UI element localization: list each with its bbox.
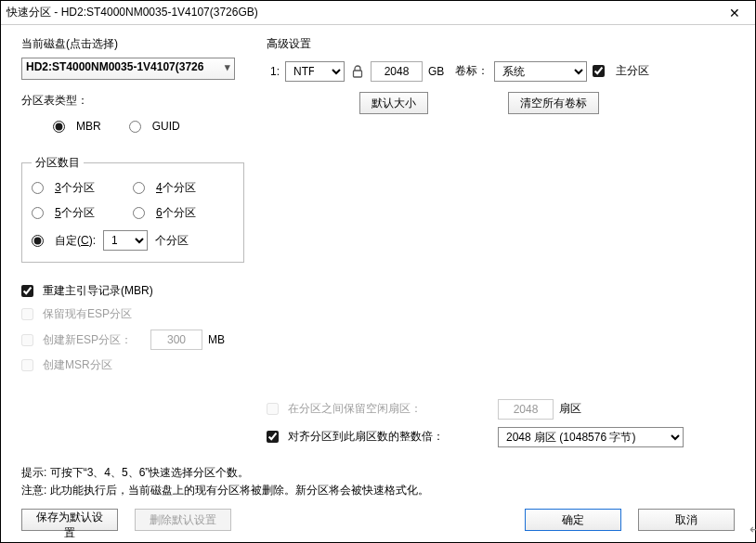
right-panel: 高级设置 1: NTFS GB 卷标： 系统 [267,36,735,455]
default-size-button[interactable]: 默认大小 [359,92,428,114]
content-area: 当前磁盘(点击选择) HD2:ST4000NM0035-1V4107(3726 … [1,25,755,542]
lock-icon[interactable] [350,65,365,78]
chk-align[interactable]: 对齐分区到此扇区数的整数倍： 2048 扇区 (1048576 字节) [267,427,735,447]
table-type-group: 分区表类型： MBR GUID [21,93,244,144]
partition-row-1: 1: NTFS GB 卷标： 系统 主分区 [267,58,735,84]
delete-defaults-button: 删除默认设置 [135,509,231,531]
window-title: 快速分区 - HD2:ST4000NM0035-1V4107(3726GB) [7,5,720,20]
left-panel: 当前磁盘(点击选择) HD2:ST4000NM0035-1V4107(3726 … [21,36,244,455]
quick-partition-dialog: 快速分区 - HD2:ST4000NM0035-1V4107(3726GB) ✕… [0,0,756,543]
esp-size-input [150,330,202,350]
partition-count-legend: 分区数目 [32,155,84,171]
fs-select[interactable]: NTFS [285,61,345,82]
current-disk-label: 当前磁盘(点击选择) [21,36,244,52]
clear-labels-button[interactable]: 清空所有卷标 [508,92,599,114]
chk-keep-esp: 保留现有ESP分区 [21,306,244,322]
advanced-label: 高级设置 [267,36,735,52]
svg-rect-0 [354,71,362,77]
radio-5-partitions[interactable]: 5个分区 [32,205,133,221]
ok-button[interactable]: 确定 [525,509,621,531]
hint-line-1: 提示: 可按下“3、4、5、6”快速选择分区个数。 [21,464,735,482]
radio-guid[interactable]: GUID [129,120,180,133]
size-input[interactable] [371,61,423,82]
hint-line-2: 注意: 此功能执行后，当前磁盘上的现有分区将被删除。新分区将会被快速格式化。 [21,482,735,499]
volume-label-caption: 卷标： [455,63,489,79]
radio-mbr[interactable]: MBR [53,120,101,133]
radio-guid-input[interactable] [129,121,141,133]
radio-6-partitions[interactable]: 6个分区 [133,205,234,221]
save-defaults-button[interactable]: 保存为默认设置 [21,509,118,531]
cancel-button[interactable]: 取消 [638,509,735,531]
custom-count-select[interactable]: 1 [103,230,148,251]
disk-select[interactable]: HD2:ST4000NM0035-1V4107(3726 [21,58,235,80]
chk-rebuild-mbr[interactable]: 重建主引导记录(MBR) [21,283,244,299]
hint-text: 提示: 可按下“3、4、5、6”快速选择分区个数。 注意: 此功能执行后，当前磁… [21,464,735,499]
radio-3-partitions[interactable]: 3个分区 [32,180,133,196]
row-index: 1: [267,65,280,78]
radio-mbr-input[interactable] [53,121,65,133]
chk-msr: 创建MSR分区 [21,357,244,373]
close-icon[interactable]: ✕ [720,6,749,20]
radio-4-partitions[interactable]: 4个分区 [133,180,234,196]
align-select[interactable]: 2048 扇区 (1048576 字节) [498,427,684,447]
chk-primary[interactable]: 主分区 [593,63,649,79]
size-unit: GB [428,65,444,78]
volume-label-select[interactable]: 系统 [494,61,587,82]
partition-count-group: 分区数目 3个分区 4个分区 5个分区 [21,155,244,263]
caret-icon: ↵ [749,522,756,537]
chk-new-esp: 创建新ESP分区： MB [21,330,244,350]
chk-reserve-free: 在分区之间保留空闲扇区： 扇区 [267,399,735,420]
radio-custom-count[interactable]: 自定(C): 1 个分区 [32,230,234,251]
footer-buttons: 保存为默认设置 删除默认设置 确定 取消 [21,509,735,535]
table-type-label: 分区表类型： [21,93,244,109]
reserve-input [498,399,554,420]
titlebar: 快速分区 - HD2:ST4000NM0035-1V4107(3726GB) ✕ [1,1,755,25]
